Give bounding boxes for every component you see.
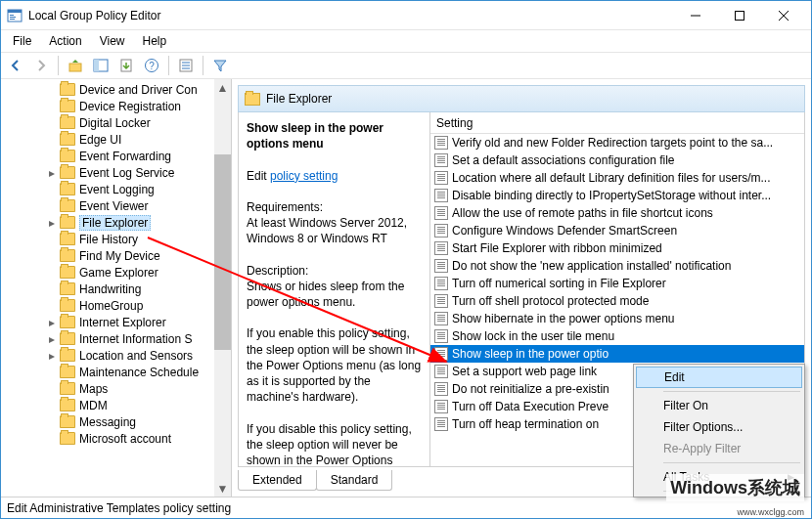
folder-icon — [60, 415, 75, 428]
list-item[interactable]: Show sleep in the power optio — [430, 345, 804, 363]
folder-icon — [60, 382, 75, 395]
menu-file[interactable]: File — [5, 32, 39, 50]
list-item[interactable]: Do not show the 'new application install… — [430, 257, 804, 275]
tree-item[interactable]: ▸Event Log Service — [1, 164, 214, 181]
tree-item[interactable]: MDM — [1, 397, 214, 413]
menu-action[interactable]: Action — [41, 32, 89, 50]
expand-icon[interactable]: ▸ — [46, 332, 58, 346]
header-title: File Explorer — [266, 92, 332, 106]
list-item-label: Show lock in the user tile menu — [452, 329, 614, 343]
tree-item-label: Event Forwarding — [79, 150, 171, 163]
tree-item[interactable]: Maintenance Schedule — [1, 364, 214, 380]
tree-item[interactable]: Maps — [1, 380, 214, 397]
tree-item-label: Digital Locker — [79, 116, 151, 130]
list-item-label: Start File Explorer with ribbon minimize… — [452, 241, 662, 255]
selected-policy-title: Show sleep in the power options menu — [247, 121, 383, 151]
properties-button[interactable] — [175, 55, 197, 76]
tree-item-label: Event Logging — [79, 183, 155, 196]
tree-item[interactable]: Find My Device — [1, 247, 214, 264]
watermark-url: www.wxclgg.com — [737, 507, 804, 517]
list-item[interactable]: Show lock in the user tile menu — [430, 327, 804, 345]
tree-item[interactable]: Device Registration — [1, 98, 214, 114]
list-item[interactable]: Set a default associations configuration… — [430, 151, 804, 169]
tree-item[interactable]: Microsoft account — [1, 430, 214, 447]
svg-rect-9 — [69, 64, 81, 71]
tree-item[interactable]: ▸Internet Explorer — [1, 314, 214, 330]
tree-item[interactable]: Edge UI — [1, 131, 214, 148]
maximize-button[interactable] — [717, 2, 761, 29]
policy-icon — [434, 224, 448, 238]
list-item[interactable]: Verify old and new Folder Redirection ta… — [430, 134, 804, 151]
filter-button[interactable] — [209, 55, 231, 76]
tree-item[interactable]: Handwriting — [1, 281, 214, 297]
tree-pane: Device and Driver ConDevice Registration… — [1, 79, 232, 497]
tree-scrollbar[interactable]: ▲ ▼ — [214, 79, 231, 497]
menu-view[interactable]: View — [92, 32, 133, 50]
tree-item[interactable]: Messaging — [1, 413, 214, 430]
column-header[interactable]: Setting — [430, 112, 804, 134]
list-item[interactable]: Configure Windows Defender SmartScreen — [430, 222, 804, 239]
tree-item-label: Microsoft account — [79, 432, 171, 446]
forward-button[interactable] — [30, 55, 52, 76]
tree-item[interactable]: Event Logging — [1, 181, 214, 197]
tree-item[interactable]: Digital Locker — [1, 114, 214, 131]
app-icon — [7, 8, 23, 23]
tab-standard[interactable]: Standard — [316, 470, 393, 491]
folder-icon — [60, 349, 75, 362]
minimize-button[interactable] — [673, 2, 717, 29]
tree-item[interactable]: HomeGroup — [1, 297, 214, 314]
tree-item[interactable]: Game Explorer — [1, 264, 214, 281]
list-item-label: Turn off Data Execution Preve — [452, 400, 609, 413]
context-filter-options[interactable]: Filter Options... — [636, 416, 802, 438]
folder-icon — [60, 233, 75, 245]
menu-help[interactable]: Help — [135, 32, 175, 50]
expand-icon[interactable]: ▸ — [46, 349, 58, 363]
folder-icon — [60, 316, 75, 328]
list-item[interactable]: Allow the use of remote paths in file sh… — [430, 204, 804, 222]
policy-icon — [434, 206, 448, 220]
list-item-label: Turn off numerical sorting in File Explo… — [452, 277, 666, 290]
close-button[interactable] — [761, 2, 805, 29]
list-item-label: Show sleep in the power optio — [452, 347, 609, 361]
export-list-button[interactable] — [115, 55, 137, 76]
help-button[interactable]: ? — [141, 55, 162, 76]
tree-item-label: File Explorer — [79, 215, 151, 231]
folder-icon — [60, 166, 75, 179]
folder-icon — [60, 266, 75, 279]
policy-icon — [434, 294, 448, 308]
context-edit[interactable]: Edit — [636, 367, 802, 388]
requirements-text: At least Windows Server 2012, Windows 8 … — [247, 216, 407, 245]
folder-icon — [60, 116, 75, 129]
svg-rect-2 — [10, 15, 14, 16]
up-folder-button[interactable] — [65, 55, 86, 76]
list-item[interactable]: Location where all default Library defin… — [430, 169, 804, 187]
list-item[interactable]: Disable binding directly to IPropertySet… — [430, 187, 804, 204]
tree-item[interactable]: ▸File Explorer — [1, 214, 214, 231]
tree-item[interactable]: Event Viewer — [1, 197, 214, 214]
tree-item[interactable]: Device and Driver Con — [1, 81, 214, 98]
policy-icon — [434, 136, 448, 150]
tree-item[interactable]: ▸Location and Sensors — [1, 347, 214, 364]
list-item[interactable]: Start File Explorer with ribbon minimize… — [430, 239, 804, 257]
tree-item[interactable]: Event Forwarding — [1, 148, 214, 164]
list-item[interactable]: Turn off numerical sorting in File Explo… — [430, 275, 804, 292]
tree-item[interactable]: File History — [1, 231, 214, 247]
back-button[interactable] — [5, 55, 26, 76]
expand-icon[interactable]: ▸ — [46, 166, 58, 180]
list-item[interactable]: Turn off shell protocol protected mode — [430, 292, 804, 310]
toolbar: ? — [1, 52, 811, 79]
watermark: Windows系统城 — [666, 474, 804, 501]
tree-item[interactable]: ▸Internet Information S — [1, 330, 214, 347]
edit-policy-link[interactable]: policy setting — [270, 169, 338, 183]
tree-item-label: HomeGroup — [79, 299, 143, 313]
list-item[interactable]: Show hibernate in the power options menu — [430, 310, 804, 327]
requirements-label: Requirements: — [247, 200, 323, 214]
tree-item-label: Find My Device — [79, 249, 160, 263]
tree-item-label: Internet Information S — [79, 332, 192, 346]
show-hide-tree-button[interactable] — [90, 55, 112, 76]
expand-icon[interactable]: ▸ — [46, 316, 58, 329]
context-filter-on[interactable]: Filter On — [636, 395, 802, 416]
menubar: File Action View Help — [1, 30, 811, 52]
expand-icon[interactable]: ▸ — [46, 216, 58, 230]
tab-extended[interactable]: Extended — [238, 470, 317, 491]
